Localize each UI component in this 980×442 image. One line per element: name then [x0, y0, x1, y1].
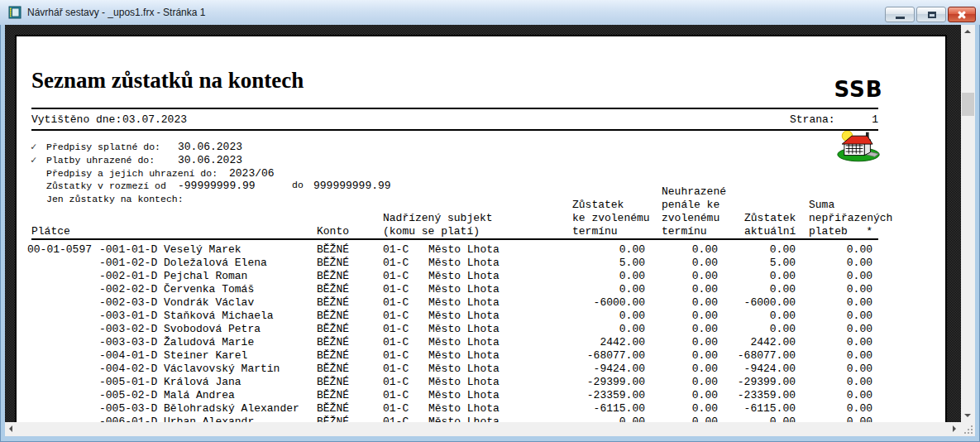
logo-text: SSB	[817, 78, 900, 101]
filter-line: Zůstatky v rozmezí od-99999999.99do99999…	[17, 180, 945, 193]
cell-payer-name: Staňková Michaela	[164, 310, 274, 323]
cell-payer-name: Václavovský Martin	[164, 363, 280, 376]
cell-unassigned-sum: 0.00	[790, 363, 872, 376]
cell-balance-current: 0.00	[713, 310, 796, 323]
window-icon[interactable]	[8, 6, 22, 19]
scroll-up-button[interactable]	[961, 25, 975, 39]
filter-label: Zůstatky v rozmezí od	[46, 180, 166, 191]
cell-unassigned-sum: 0.00	[790, 243, 872, 257]
cell-balance-current: -6000.00	[713, 296, 796, 310]
filter-line: Předpisy a jejich uhrazení do:2023/06	[17, 167, 945, 180]
table-row: -001-02-DDoležalová ElenaBĚŽNÉ01-CMěsto …	[17, 257, 945, 270]
divider	[31, 238, 878, 240]
cell-konto: BĚŽNÉ	[317, 257, 349, 270]
cell-account-code: -001-01-D	[99, 243, 157, 257]
scroll-right-button[interactable]	[947, 422, 961, 436]
titlebar[interactable]: Návrhář sestavy - _upos1.frx - Stránka 1	[0, 0, 980, 25]
filter-label: Jen zůstatky na kontech:	[46, 194, 184, 204]
cell-payer-name: Malá Andrea	[164, 389, 235, 402]
cell-balance-current: 5.00	[713, 257, 796, 270]
minimize-button[interactable]	[885, 7, 915, 22]
cell-payer-name: Bělohradský Alexander	[164, 402, 299, 416]
cell-superior-name: Město Lhota	[428, 283, 500, 296]
cell-payer-code: 00-01-0597	[27, 243, 92, 257]
cell-superior-code: 01-C	[383, 310, 409, 323]
cell-balance-current: 2442.00	[713, 336, 796, 349]
cell-account-code: -004-01-D	[99, 349, 157, 363]
printed-label: Vytištěno dne:	[31, 113, 122, 126]
cell-unassigned-sum: 0.00	[790, 376, 872, 389]
filter-value: 2023/06	[229, 167, 275, 180]
cell-balance-due-term: -6115.00	[562, 402, 645, 416]
cell-balance-due-term: -23359.00	[562, 389, 645, 402]
scroll-down-button[interactable]	[961, 408, 975, 422]
cell-superior-code: 01-C	[383, 363, 409, 376]
cell-penalty-due-term: 0.00	[635, 336, 718, 349]
cell-balance-due-term: 0.00	[562, 416, 645, 422]
cell-payer-name: Červenka Tomáš	[164, 283, 254, 296]
arrow-down-icon	[964, 414, 971, 417]
arrow-right-icon	[953, 425, 956, 432]
cell-account-code: -004-02-D	[99, 363, 157, 376]
cell-konto: BĚŽNÉ	[317, 363, 349, 376]
cell-penalty-due-term: 0.00	[635, 349, 718, 363]
cell-account-code: -005-02-D	[99, 389, 157, 402]
cell-balance-current: -23359.00	[713, 389, 796, 402]
maximize-button[interactable]	[916, 7, 946, 22]
resize-grip[interactable]	[961, 422, 975, 436]
table-row: -004-01-DSteiner KarelBĚŽNÉ01-CMěsto Lho…	[17, 349, 945, 363]
table-row: -002-01-DPejchal RomanBĚŽNÉ01-CMěsto Lho…	[17, 270, 945, 283]
cell-unassigned-sum: 0.00	[790, 336, 872, 349]
cell-penalty-due-term: 0.00	[635, 402, 718, 416]
cell-balance-due-term: 2442.00	[562, 336, 645, 349]
table-row: -002-02-DČervenka TomášBĚŽNÉ01-CMěsto Lh…	[17, 283, 945, 296]
cell-superior-code: 01-C	[383, 336, 409, 349]
report-page: Seznam zůstatků na kontech SSB	[15, 35, 947, 422]
cell-balance-due-term: -68077.00	[562, 349, 645, 363]
cell-superior-name: Město Lhota	[428, 323, 500, 336]
close-button[interactable]	[948, 7, 976, 22]
table-row: -003-02-DSvobodová PetraBĚŽNÉ01-CMěsto L…	[17, 323, 945, 336]
table-row: -005-02-DMalá AndreaBĚŽNÉ01-CMěsto Lhota…	[17, 389, 945, 402]
window-title: Návrhář sestavy - _upos1.frx - Stránka 1	[27, 0, 205, 25]
cell-penalty-due-term: 0.00	[635, 296, 718, 310]
cell-superior-name: Město Lhota	[428, 336, 500, 349]
cell-unassigned-sum: 0.00	[790, 389, 872, 402]
maximize-icon	[928, 12, 936, 18]
cell-superior-name: Město Lhota	[428, 243, 500, 257]
cell-penalty-due-term: 0.00	[635, 416, 718, 422]
cell-payer-name: Svobodová Petra	[164, 323, 261, 336]
table-row: -003-03-DŽaludová MarieBĚŽNÉ01-CMěsto Lh…	[17, 336, 945, 349]
scroll-left-button[interactable]	[5, 422, 19, 436]
filter-line: Jen zůstatky na kontech:	[17, 193, 945, 206]
column-header-superior: Nadřízený subjekt (komu se platí)	[383, 212, 493, 238]
vertical-scroll-thumb[interactable]	[962, 93, 974, 116]
cell-unassigned-sum: 0.00	[790, 323, 872, 336]
cell-account-code: -002-01-D	[99, 270, 157, 283]
cell-konto: BĚŽNÉ	[317, 389, 349, 402]
cell-balance-due-term: -29399.00	[562, 376, 645, 389]
printed-date: 03.07.2023	[122, 113, 187, 126]
check-icon: ✓	[31, 141, 36, 153]
cell-konto: BĚŽNÉ	[317, 283, 349, 296]
filter-line: ✓Předpisy splatné do:30.06.2023	[17, 141, 945, 154]
column-header-payer: Plátce	[31, 225, 70, 238]
cell-account-code: -003-03-D	[99, 336, 157, 349]
cell-balance-current: -29399.00	[713, 376, 796, 389]
page-number: 1	[796, 113, 878, 126]
column-header-balance-current: Zůstatek aktuální	[744, 212, 796, 238]
cell-konto: BĚŽNÉ	[317, 243, 349, 257]
cell-superior-code: 01-C	[383, 416, 409, 422]
cell-konto: BĚŽNÉ	[317, 296, 349, 310]
cell-balance-due-term: -6000.00	[562, 296, 645, 310]
filter-value: 30.06.2023	[178, 154, 242, 166]
filter-value: 30.06.2023	[178, 141, 242, 153]
divider	[31, 129, 878, 131]
vertical-scrollbar[interactable]	[961, 25, 975, 422]
horizontal-scrollbar[interactable]	[5, 422, 961, 436]
cell-unassigned-sum: 0.00	[790, 270, 872, 283]
cell-superior-code: 01-C	[383, 283, 409, 296]
cell-superior-name: Město Lhota	[428, 363, 500, 376]
cell-superior-code: 01-C	[383, 349, 409, 363]
table-row: 00-01-0597-001-01-DVeselý MarekBĚŽNÉ01-C…	[17, 243, 945, 257]
